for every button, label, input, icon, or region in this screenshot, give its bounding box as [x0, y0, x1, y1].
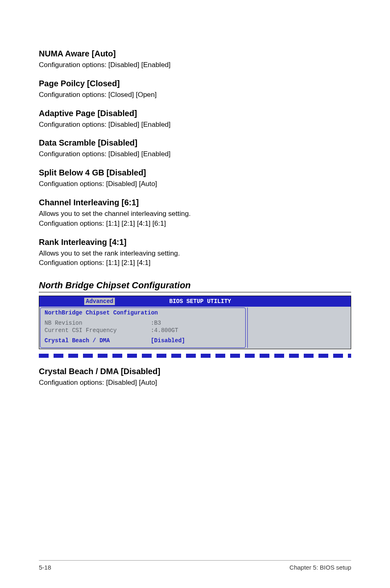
footer-chapter: Chapter 5: BIOS setup [289, 564, 351, 571]
bios-subtitle: NorthBridge Chipset Configuration [45, 310, 241, 316]
numa-heading: NUMA Aware [Auto] [39, 49, 351, 58]
north-bridge-heading: North Bridge Chipset Configuration [39, 280, 351, 292]
numa-body: Configuration options: [Disabled] [Enabl… [39, 60, 351, 70]
crystal-heading: Crystal Beach / DMA [Disabled] [39, 367, 351, 376]
rank-body1: Allows you to set the rank interleaving … [39, 249, 351, 258]
adaptive-heading: Adaptive Page [Disabled] [39, 109, 351, 118]
scramble-heading: Data Scramble [Disabled] [39, 138, 351, 148]
page-policy-heading: Page Poilcy [Closed] [39, 79, 351, 88]
page-footer: 5-18 Chapter 5: BIOS setup [39, 560, 351, 571]
bios-header: Advanced BIOS SETUP UTILITY [39, 296, 351, 307]
bios-divider [39, 354, 351, 358]
bios-value-crystal: [Disabled] [151, 337, 241, 344]
bios-row-crystal: Crystal Beach / DMA [Disabled] [45, 337, 241, 344]
footer-page-number: 5-18 [39, 564, 51, 571]
bios-panel: NorthBridge Chipset Configuration NB Rev… [40, 307, 246, 348]
bios-value-nb: :B3 [151, 319, 241, 327]
split-body: Configuation options: [Disabled] [Auto] [39, 179, 351, 189]
bios-label-nb: NB Revision [45, 319, 151, 327]
rank-body2: Configuation options: [1:1] [2:1] [4:1] [39, 258, 351, 268]
channel-heading: Channel Interleaving [6:1] [39, 198, 351, 207]
bios-body: NorthBridge Chipset Configuration NB Rev… [39, 307, 351, 349]
page-policy-body: Configuration options: [Closed] [Open] [39, 90, 351, 100]
bios-row-csi: Current CSI Frequency :4.800GT [45, 327, 241, 334]
channel-body1: Allows you to set the channel interleavi… [39, 209, 351, 219]
adaptive-body: Configuration options: [Disabled] [Enabl… [39, 120, 351, 130]
bios-right-panel [247, 307, 350, 348]
rank-heading: Rank Interleaving [4:1] [39, 238, 351, 247]
channel-body2: Configuation options: [1:1] [2:1] [4:1] … [39, 219, 351, 229]
bios-label-csi: Current CSI Frequency [45, 327, 151, 334]
bios-value-csi: :4.800GT [151, 327, 241, 334]
bios-label-crystal: Crystal Beach / DMA [45, 337, 151, 344]
bios-screenshot: Advanced BIOS SETUP UTILITY NorthBridge … [39, 296, 351, 349]
bios-row-nb-revision: NB Revision :B3 [45, 319, 241, 327]
crystal-body: Configuation options: [Disabled] [Auto] [39, 378, 351, 388]
split-heading: Split Below 4 GB [Disabled] [39, 168, 351, 177]
bios-title: BIOS SETUP UTILITY [49, 298, 351, 305]
scramble-body: Configuration options: [Disabled] [Enabl… [39, 149, 351, 159]
